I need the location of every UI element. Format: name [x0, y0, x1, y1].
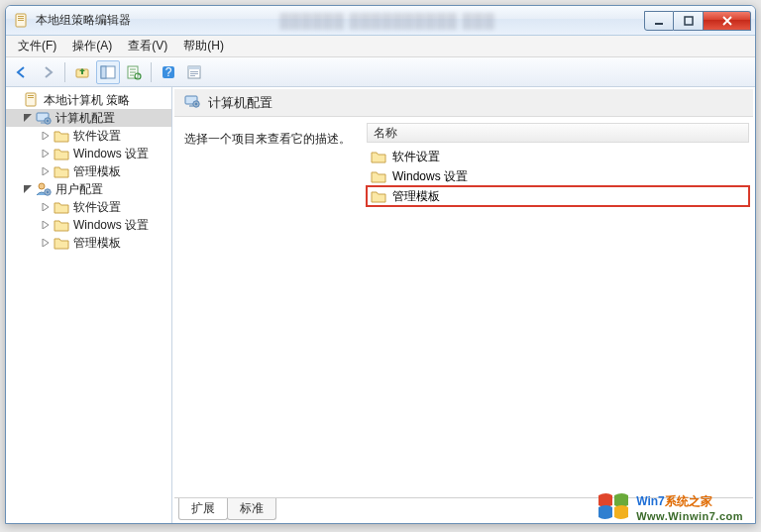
tree-root[interactable]: 本地计算机 策略: [6, 91, 171, 109]
folder-icon: [54, 217, 69, 233]
list-column: 名称 软件设置 Windows 设置 管理模板: [367, 123, 749, 491]
tree-label: 管理模板: [73, 235, 121, 252]
folder-icon: [371, 189, 386, 203]
svg-rect-17: [190, 75, 195, 76]
svg-point-27: [47, 191, 49, 193]
svg-rect-14: [188, 66, 200, 69]
content-header: 计算机配置: [174, 89, 753, 117]
description-column: 选择一个项目来查看它的描述。: [178, 123, 367, 491]
svg-rect-29: [189, 105, 193, 107]
expander-collapse-icon[interactable]: [22, 183, 34, 195]
expander-expand-icon[interactable]: [40, 165, 52, 177]
menu-view[interactable]: 查看(V): [120, 36, 175, 56]
tree-user-config[interactable]: 用户配置: [6, 180, 171, 198]
tree-label: 本地计算机 策略: [44, 92, 130, 109]
tab-extended[interactable]: 扩展: [178, 498, 228, 520]
show-hide-tree-icon: [100, 64, 116, 80]
back-icon: [14, 64, 30, 80]
folder-icon: [54, 146, 69, 161]
refresh-icon: [126, 64, 142, 80]
svg-rect-16: [190, 73, 198, 74]
svg-rect-18: [26, 93, 36, 106]
svg-rect-4: [655, 23, 663, 25]
tree-item-windows[interactable]: Windows 设置: [6, 145, 171, 162]
chevron-right-icon[interactable]: [10, 94, 22, 106]
svg-rect-19: [28, 95, 34, 96]
list-item-windows[interactable]: Windows 设置: [367, 166, 749, 186]
tree-item-admin-templates[interactable]: 管理模板: [6, 234, 171, 252]
help-icon: ?: [161, 64, 176, 80]
list-item-software[interactable]: 软件设置: [367, 147, 749, 166]
tree-item-software[interactable]: 软件设置: [6, 127, 171, 145]
expander-collapse-icon[interactable]: [22, 112, 34, 124]
app-icon: [14, 13, 30, 29]
content-header-icon: [184, 93, 200, 112]
computer-config-icon: [36, 110, 52, 126]
expander-expand-icon[interactable]: [40, 237, 52, 249]
bottom-tabs: 扩展 标准: [174, 497, 753, 521]
toolbar-separator: [151, 62, 152, 82]
expander-expand-icon[interactable]: [40, 130, 52, 142]
svg-rect-15: [190, 71, 198, 72]
list-item-admin-templates[interactable]: 管理模板: [367, 186, 749, 206]
app-window: 本地组策略编辑器 ██████ ██████████ ███ 文件(F) 操作(…: [5, 5, 756, 524]
menu-help[interactable]: 帮助(H): [175, 36, 232, 56]
tree-item-admin-templates[interactable]: 管理模板: [6, 162, 171, 180]
expander-expand-icon[interactable]: [40, 148, 52, 160]
content-body: 选择一个项目来查看它的描述。 名称 软件设置 Windows 设置: [172, 117, 755, 497]
tree-computer-config[interactable]: 计算机配置: [6, 109, 171, 127]
expander-expand-icon[interactable]: [40, 201, 52, 213]
tab-standard[interactable]: 标准: [227, 498, 276, 520]
list-item-label: Windows 设置: [392, 168, 468, 185]
up-button[interactable]: [70, 60, 94, 84]
help-button[interactable]: ?: [157, 60, 180, 84]
folder-icon: [371, 150, 386, 163]
list-item-label: 管理模板: [392, 188, 440, 205]
list-body: 软件设置 Windows 设置 管理模板: [367, 143, 749, 491]
titlebar: 本地组策略编辑器 ██████ ██████████ ███: [6, 6, 755, 36]
svg-rect-2: [18, 18, 24, 19]
back-button[interactable]: [10, 60, 34, 84]
tree-label: Windows 设置: [73, 217, 149, 234]
tree-label: 计算机配置: [55, 110, 115, 127]
svg-rect-3: [18, 20, 24, 21]
show-hide-tree-button[interactable]: [96, 60, 120, 84]
content-header-title: 计算机配置: [208, 94, 272, 112]
svg-point-25: [39, 183, 45, 189]
svg-point-31: [195, 103, 197, 105]
folder-icon: [371, 169, 386, 183]
list-item-label: 软件设置: [392, 149, 440, 165]
body: 本地计算机 策略 计算机配置 软件设置 Windows 设置: [6, 87, 755, 523]
inactive-title-blur: ██████ ██████████ ███: [131, 13, 644, 29]
svg-rect-22: [41, 122, 45, 124]
content-pane: 计算机配置 选择一个项目来查看它的描述。 名称 软件设置: [172, 87, 755, 523]
maximize-button[interactable]: [674, 11, 704, 31]
refresh-button[interactable]: [122, 60, 146, 84]
tree-pane[interactable]: 本地计算机 策略 计算机配置 软件设置 Windows 设置: [6, 87, 172, 523]
folder-icon: [54, 163, 69, 179]
tree-item-windows[interactable]: Windows 设置: [6, 216, 171, 234]
svg-rect-5: [685, 17, 693, 25]
svg-point-24: [47, 120, 49, 122]
expander-expand-icon[interactable]: [40, 219, 52, 231]
svg-rect-20: [28, 97, 34, 98]
user-config-icon: [36, 181, 52, 197]
properties-button[interactable]: [182, 60, 206, 84]
forward-icon: [40, 64, 55, 80]
list-header-name[interactable]: 名称: [367, 123, 749, 143]
folder-icon: [54, 199, 69, 215]
tree-label: Windows 设置: [73, 146, 149, 162]
tree-item-software[interactable]: 软件设置: [6, 198, 171, 216]
description-prompt: 选择一个项目来查看它的描述。: [184, 132, 351, 146]
tree-label: 软件设置: [73, 128, 121, 145]
forward-button[interactable]: [36, 60, 59, 84]
menu-file[interactable]: 文件(F): [10, 36, 64, 56]
toolbar-separator: [64, 62, 65, 82]
menu-action[interactable]: 操作(A): [64, 36, 120, 56]
up-folder-icon: [74, 64, 90, 80]
tree-label: 管理模板: [73, 163, 121, 180]
close-button[interactable]: [704, 11, 751, 31]
minimize-button[interactable]: [644, 11, 674, 31]
folder-icon: [54, 235, 69, 251]
tree-label: 软件设置: [73, 199, 121, 216]
